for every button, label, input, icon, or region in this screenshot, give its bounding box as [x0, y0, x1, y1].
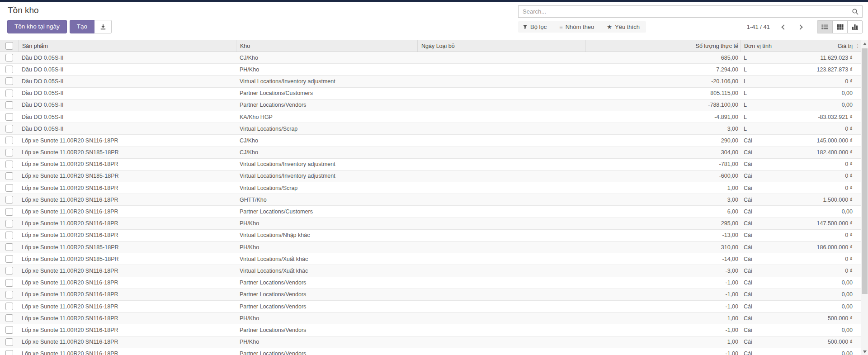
table-row[interactable]: Lốp xe Sunote 11.00R20 SN116-18PR PH/Kho…	[0, 336, 868, 348]
cell-value[interactable]: 0,00	[799, 90, 854, 96]
table-row[interactable]: Lốp xe Sunote 11.00R20 SN185-18PR Virtua…	[0, 253, 868, 265]
cell-unit[interactable]: Cái	[740, 315, 799, 322]
table-row[interactable]: Lốp xe Sunote 11.00R20 SN116-18PR Virtua…	[0, 159, 868, 170]
row-checkbox[interactable]	[5, 125, 13, 133]
cell-product[interactable]: Dầu DO 0.05S-II	[18, 66, 236, 73]
scroll-up-button[interactable]	[861, 40, 868, 47]
row-checkbox[interactable]	[5, 279, 13, 287]
row-checkbox[interactable]	[5, 243, 13, 251]
cell-location[interactable]: Partner Locations/Customers	[236, 208, 417, 215]
cell-location[interactable]: Virtual Locations/Scrap	[236, 185, 417, 191]
cell-location[interactable]: Partner Locations/Vendors	[236, 303, 417, 310]
cell-product[interactable]: Lốp xe Sunote 11.00R20 SN116-18PR	[18, 291, 236, 298]
table-row[interactable]: Lốp xe Sunote 11.00R20 SN185-18PR CJ/Kho…	[0, 147, 868, 159]
cell-location[interactable]: PH/Kho	[236, 66, 417, 73]
cell-unit[interactable]: Cái	[740, 327, 799, 333]
row-checkbox[interactable]	[5, 172, 13, 180]
cell-quantity[interactable]: -600,00	[585, 173, 740, 179]
cell-location[interactable]: Virtual Locations/Inventory adjustment	[236, 78, 417, 85]
cell-product[interactable]: Dầu DO 0.05S-II	[18, 78, 236, 85]
cell-unit[interactable]: L	[740, 66, 799, 73]
cell-location[interactable]: Virtual Locations/Scrap	[236, 126, 417, 132]
cell-location[interactable]: Virtual Locations/Xuất khác	[236, 256, 417, 262]
row-checkbox[interactable]	[5, 338, 13, 346]
cell-value[interactable]: 186.000.000 ₫	[799, 244, 854, 251]
row-checkbox[interactable]	[5, 291, 13, 298]
cell-product[interactable]: Dầu DO 0.05S-II	[18, 55, 236, 61]
cell-location[interactable]: Partner Locations/Vendors	[236, 279, 417, 286]
row-checkbox[interactable]	[5, 303, 13, 310]
table-row[interactable]: Dầu DO 0.05S-II Virtual Locations/Invent…	[0, 76, 868, 87]
cell-unit[interactable]: Cái	[740, 291, 799, 298]
table-row[interactable]: Dầu DO 0.05S-II KA/Kho HGP -4.891,00 L -…	[0, 111, 868, 123]
cell-product[interactable]: Lốp xe Sunote 11.00R20 SN116-18PR	[18, 268, 236, 274]
cell-product[interactable]: Lốp xe Sunote 11.00R20 SN116-18PR	[18, 327, 236, 333]
cell-value[interactable]: 11.629.023 ₫	[799, 55, 854, 61]
cell-value[interactable]: 0,00	[799, 279, 854, 286]
column-header-unit[interactable]: Đơn vị tính	[740, 40, 799, 52]
cell-quantity[interactable]: 6,00	[585, 208, 740, 215]
cell-value[interactable]: 0 ₫	[799, 161, 854, 167]
cell-unit[interactable]: Cái	[740, 268, 799, 274]
cell-location[interactable]: Virtual Locations/Inventory adjustment	[236, 161, 417, 167]
cell-product[interactable]: Lốp xe Sunote 11.00R20 SN116-18PR	[18, 137, 236, 144]
cell-quantity[interactable]: -788.100,00	[585, 102, 740, 108]
cell-quantity[interactable]: 310,00	[585, 244, 740, 251]
graph-view-button[interactable]	[847, 21, 862, 33]
cell-location[interactable]: Partner Locations/Vendors	[236, 327, 417, 333]
row-checkbox[interactable]	[5, 350, 13, 355]
cell-location[interactable]: Partner Locations/Vendors	[236, 291, 417, 298]
inventory-at-date-button[interactable]: Tồn kho tại ngày	[7, 20, 67, 33]
export-button[interactable]	[94, 20, 112, 33]
row-checkbox[interactable]	[5, 208, 13, 216]
table-row[interactable]: Lốp xe Sunote 11.00R20 SN116-18PR Partne…	[0, 348, 868, 355]
cell-unit[interactable]: Cái	[740, 208, 799, 215]
cell-location[interactable]: Partner Locations/Customers	[236, 90, 417, 96]
cell-value[interactable]: 0 ₫	[799, 185, 854, 191]
cell-value[interactable]: 123.827.873 ₫	[799, 66, 854, 73]
row-checkbox[interactable]	[5, 220, 13, 227]
cell-location[interactable]: PH/Kho	[236, 244, 417, 251]
cell-quantity[interactable]: 1,00	[585, 315, 740, 322]
table-row[interactable]: Lốp xe Sunote 11.00R20 SN185-18PR Virtua…	[0, 170, 868, 182]
cell-product[interactable]: Lốp xe Sunote 11.00R20 SN116-18PR	[18, 185, 236, 191]
cell-quantity[interactable]: -1,00	[585, 291, 740, 298]
cell-product[interactable]: Dầu DO 0.05S-II	[18, 102, 236, 108]
cell-unit[interactable]: Cái	[740, 303, 799, 310]
cell-value[interactable]: 0,00	[799, 327, 854, 333]
cell-product[interactable]: Lốp xe Sunote 11.00R20 SN116-18PR	[18, 350, 236, 355]
cell-quantity[interactable]: 3,00	[585, 197, 740, 203]
table-row[interactable]: Dầu DO 0.05S-II CJ/Kho 685,00 L 11.629.0…	[0, 52, 868, 64]
cell-location[interactable]: PH/Kho	[236, 339, 417, 345]
table-row[interactable]: Dầu DO 0.05S-II Partner Locations/Custom…	[0, 88, 868, 99]
cell-unit[interactable]: Cái	[740, 279, 799, 286]
cell-value[interactable]: 0,00	[799, 291, 854, 298]
search-icon[interactable]	[852, 8, 859, 15]
cell-product[interactable]: Lốp xe Sunote 11.00R20 SN116-18PR	[18, 161, 236, 167]
cell-quantity[interactable]: -20.106,00	[585, 78, 740, 85]
table-row[interactable]: Lốp xe Sunote 11.00R20 SN116-18PR Partne…	[0, 206, 868, 218]
cell-product[interactable]: Lốp xe Sunote 11.00R20 SN185-18PR	[18, 244, 236, 251]
cell-unit[interactable]: Cái	[740, 244, 799, 251]
cell-location[interactable]: Partner Locations/Vendors	[236, 102, 417, 108]
row-checkbox[interactable]	[5, 66, 13, 73]
scrollbar-thumb[interactable]	[862, 48, 868, 294]
table-row[interactable]: Lốp xe Sunote 11.00R20 SN116-18PR Partne…	[0, 289, 868, 301]
cell-location[interactable]: Virtual Locations/Nhập khác	[236, 232, 417, 238]
cell-value[interactable]: 0 ₫	[799, 126, 854, 132]
create-button[interactable]: Tạo	[70, 20, 94, 33]
table-row[interactable]: Lốp xe Sunote 11.00R20 SN116-18PR Partne…	[0, 277, 868, 289]
cell-unit[interactable]: L	[740, 78, 799, 85]
row-checkbox[interactable]	[5, 54, 13, 62]
cell-unit[interactable]: L	[740, 102, 799, 108]
cell-unit[interactable]: Cái	[740, 161, 799, 167]
cell-product[interactable]: Lốp xe Sunote 11.00R20 SN116-18PR	[18, 303, 236, 310]
cell-quantity[interactable]: 7.294,00	[585, 66, 740, 73]
cell-product[interactable]: Lốp xe Sunote 11.00R20 SN116-18PR	[18, 339, 236, 345]
vertical-scrollbar[interactable]	[861, 40, 868, 355]
cell-product[interactable]: Lốp xe Sunote 11.00R20 SN116-18PR	[18, 208, 236, 215]
cell-location[interactable]: CJ/Kho	[236, 137, 417, 144]
row-checkbox[interactable]	[5, 149, 13, 156]
cell-location[interactable]: Virtual Locations/Xuất khác	[236, 268, 417, 274]
cell-unit[interactable]: Cái	[740, 173, 799, 179]
